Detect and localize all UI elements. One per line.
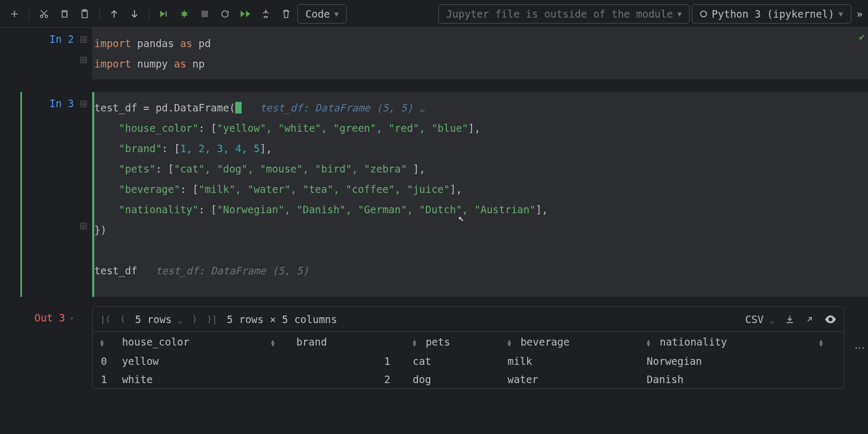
chevron-down-icon: ▼ (677, 10, 682, 18)
run-cell-button[interactable] (155, 5, 173, 23)
dataframe-toolbar: |⟨ ⟨ 5 rows ⌄ ⟩ ⟩| 5 rows × 5 columns CS… (93, 307, 844, 332)
copy-button[interactable] (55, 5, 73, 23)
column-header[interactable]: ▲▼ pets (405, 332, 500, 352)
rows-selector[interactable]: 5 rows ⌄ (135, 313, 183, 325)
add-cell-button[interactable] (5, 5, 24, 23)
last-page-button[interactable]: ⟩| (207, 314, 217, 324)
fold-handle-icon[interactable]: − (80, 57, 87, 63)
cell-prompt: In 3 (21, 92, 80, 297)
clear-outputs-button[interactable] (257, 5, 275, 23)
move-up-button[interactable] (105, 5, 123, 23)
first-page-button[interactable]: |⟨ (100, 314, 110, 324)
download-icon[interactable] (785, 315, 795, 324)
fold-handle-icon[interactable]: − (80, 101, 87, 107)
chevron-down-icon: ▼ (334, 10, 339, 18)
code-cell: In 2 − − import pandas as pd import nump… (0, 28, 868, 92)
column-header[interactable]: ▲▼ beverage (500, 332, 639, 352)
module-status-label: Jupyter file is outside of the module (446, 8, 673, 20)
cell-type-label: Code (305, 8, 330, 20)
paste-button[interactable] (76, 5, 94, 23)
kernel-label: Python 3 (ipykernel) (712, 8, 834, 20)
open-external-icon[interactable] (805, 315, 814, 324)
chevron-down-icon[interactable]: ⌄ (70, 312, 74, 320)
dataframe-viewer: |⟨ ⟨ 5 rows ⌄ ⟩ ⟩| 5 rows × 5 columns CS… (92, 306, 844, 389)
dataframe-table[interactable]: ▲▼ house_color ▲▼ brand ▲▼ pets ▲▼ bever… (93, 332, 844, 388)
debug-cell-button[interactable] (175, 5, 193, 23)
notebook-toolbar: Code ▼ Jupyter file is outside of the mo… (0, 0, 868, 28)
code-cell: In 3 − − test_df = pd.DataFrame({ test_d… (0, 92, 868, 297)
inspection-ok-icon[interactable]: ✔ (859, 31, 865, 42)
output-cell: Out 3 ⌄ |⟨ ⟨ 5 rows ⌄ ⟩ ⟩| 5 rows × 5 co… (0, 306, 868, 389)
inlay-hint[interactable]: test_df: DataFrame (5, 5) (242, 102, 413, 114)
column-header[interactable]: house_color (115, 332, 264, 352)
inlay-hint[interactable]: test_df: DataFrame (5, 5) (137, 265, 309, 276)
notebook-area: In 2 − − import pandas as pd import nump… (0, 28, 868, 434)
svg-rect-3 (82, 11, 87, 18)
module-status-selector[interactable]: Jupyter file is outside of the module ▼ (438, 4, 690, 24)
cell-type-selector[interactable]: Code ▼ (297, 4, 347, 24)
svg-rect-6 (201, 11, 208, 17)
more-actions-button[interactable]: ⋮ (854, 343, 866, 353)
next-page-button[interactable]: ⟩ (192, 314, 197, 324)
move-down-button[interactable] (125, 5, 144, 23)
shape-label: 5 rows × 5 columns (227, 313, 337, 325)
delete-cell-button[interactable] (277, 5, 295, 23)
prev-page-button[interactable]: ⟨ (120, 314, 125, 324)
table-header-row: ▲▼ house_color ▲▼ brand ▲▼ pets ▲▼ bever… (93, 332, 844, 352)
svg-point-7 (701, 11, 707, 17)
stop-button[interactable] (196, 5, 214, 23)
chevron-down-icon: ▼ (839, 10, 843, 18)
export-csv-button[interactable]: CSV ⌄ (745, 313, 774, 325)
circle-icon (700, 10, 707, 18)
column-header[interactable]: ▲▼ brand (264, 332, 405, 352)
eye-icon[interactable] (825, 315, 836, 324)
table-row[interactable]: 1 white 2 dog water Danish (93, 370, 844, 388)
table-row[interactable]: 0 yellow 1 cat milk Norwegian (93, 352, 844, 370)
fold-handle-icon[interactable]: − (80, 223, 87, 229)
kernel-selector[interactable]: Python 3 (ipykernel) ▼ (692, 4, 851, 24)
code-editor[interactable]: import pandas as pd import numpy as np (92, 28, 868, 79)
code-editor[interactable]: test_df = pd.DataFrame({ test_df: DataFr… (92, 92, 868, 297)
svg-point-5 (182, 11, 187, 16)
toolbar-overflow-button[interactable]: » (857, 8, 863, 20)
restart-kernel-button[interactable] (216, 5, 234, 23)
svg-rect-2 (62, 12, 67, 17)
column-header[interactable]: ▲▼ nationality (639, 332, 812, 352)
run-all-button[interactable] (236, 5, 255, 23)
output-prompt: Out 3 ⌄ (21, 306, 80, 389)
cell-prompt: In 2 (21, 28, 80, 92)
cut-button[interactable] (35, 5, 53, 23)
fold-handle-icon[interactable]: − (80, 36, 87, 43)
